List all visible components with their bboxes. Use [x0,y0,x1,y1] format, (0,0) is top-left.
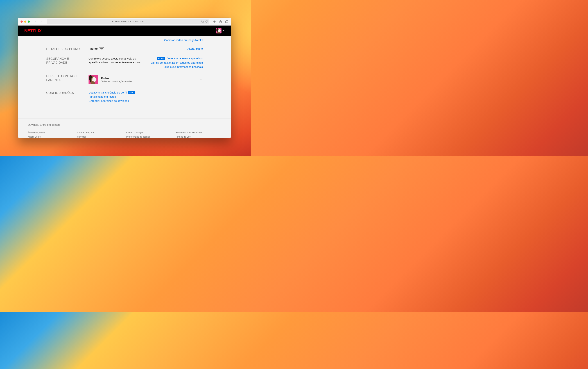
manage-download-devices-link[interactable]: Gerenciar aparelhos de download [89,99,129,102]
settings-links: Desativar transferência de perfil NOVO P… [89,91,136,102]
section-settings: CONFIGURAÇÕES Desativar transferência de… [46,88,203,105]
nav-arrows [34,20,43,24]
top-link-row: Comprar cartão pré-pago Netflix [46,37,203,44]
profile-maturity: Todas as classificações etárias [101,80,197,83]
address-bar[interactable]: www.netflix.com/YourAccount [47,19,209,24]
share-icon[interactable] [219,20,222,23]
tabs-overview-icon[interactable] [225,20,229,23]
footer-columns: Áudio e legendas Central de Ajuda Cartão… [28,131,221,138]
section-label-profile: PERFIL E CONTROLE PARENTAL [46,74,85,85]
footer-link-careers[interactable]: Carreiras [77,136,123,138]
footer-link-terms[interactable]: Termos de Uso [176,136,221,138]
plan-name-text: Padrão [89,47,98,50]
browser-titlebar: www.netflix.com/YourAccount [18,18,231,26]
url-text: www.netflix.com/YourAccount [115,20,144,23]
netflix-header: NETFLIX ▼ [18,26,231,36]
profile-info: Pedro Todas as classificações etárias [101,77,197,83]
caret-down-icon: ▼ [223,30,225,32]
section-security: SEGURANÇA E PRIVACIDADE Controle o acess… [46,54,203,71]
reload-icon[interactable] [205,20,208,23]
new-tab-button[interactable] [213,20,216,23]
translate-icon[interactable] [201,20,204,23]
netflix-logo[interactable]: NETFLIX [24,28,42,34]
plan-name: Padrão HD [89,47,104,50]
test-participation-link[interactable]: Participação em testes [89,95,116,98]
toolbar-right [213,20,229,23]
footer-contact[interactable]: Dúvidas? Entre em contato. [28,123,221,126]
signout-all-link[interactable]: Sair da conta Netflix em todos os aparel… [151,61,203,64]
footer-link-giftcard[interactable]: Cartão pré-pago [126,131,172,134]
window-controls [21,20,30,23]
page-body: NETFLIX ▼ Comprar cartão pré-pago Netfli… [18,26,231,138]
novo-badge: NOVO [128,91,135,94]
avatar [216,28,221,33]
profile-name: Pedro [101,77,197,80]
section-plan: DETALHES DO PLANO Padrão HD Alterar plan… [46,44,203,54]
window-minimize-button[interactable] [24,20,26,23]
window-close-button[interactable] [21,20,23,23]
urlbar-right-icons [201,20,208,23]
change-plan-link[interactable]: Alterar plano [188,47,203,50]
lock-icon [112,20,114,22]
hd-badge: HD [99,47,104,50]
safari-window: www.netflix.com/YourAccount [18,18,231,138]
novo-badge: NOVO [157,57,165,60]
security-description: Controle o acesso a esta conta, veja os … [89,57,147,64]
disable-profile-transfer-link[interactable]: Desativar transferência de perfil [89,91,127,94]
nav-forward-button[interactable] [39,20,43,24]
chevron-down-icon [200,78,203,81]
download-info-link[interactable]: Baixe suas informações pessoais [163,65,203,68]
profile-row[interactable]: Pedro Todas as classificações etárias [89,74,203,85]
svg-rect-5 [226,20,228,22]
section-label-plan: DETALHES DO PLANO [46,47,85,51]
buy-gift-card-link[interactable]: Comprar cartão pré-pago Netflix [164,39,203,41]
footer-link-audio[interactable]: Áudio e legendas [28,131,74,134]
manage-access-row: NOVO Gerenciar acesso e aparelhos [157,57,203,60]
section-label-settings: CONFIGURAÇÕES [46,91,85,102]
footer: Dúvidas? Entre em contato. Áudio e legen… [18,118,231,138]
account-content: Comprar cartão pré-pago Netflix DETALHES… [18,36,231,115]
profile-menu-button[interactable]: ▼ [216,28,225,33]
footer-link-cookies[interactable]: Preferências de cookies [126,136,172,138]
footer-link-help[interactable]: Central de Ajuda [77,131,123,134]
manage-access-link[interactable]: Gerenciar acesso e aparelhos [167,57,203,60]
profile-avatar [89,75,98,84]
section-label-security: SEGURANÇA E PRIVACIDADE [46,57,85,68]
window-fullscreen-button[interactable] [28,20,30,23]
footer-link-investors[interactable]: Relações com investidores [176,131,221,134]
footer-link-media[interactable]: Media Center [28,136,74,138]
section-profile: PERFIL E CONTROLE PARENTAL Pedro Todas a… [46,71,203,88]
nav-back-button[interactable] [34,20,38,24]
